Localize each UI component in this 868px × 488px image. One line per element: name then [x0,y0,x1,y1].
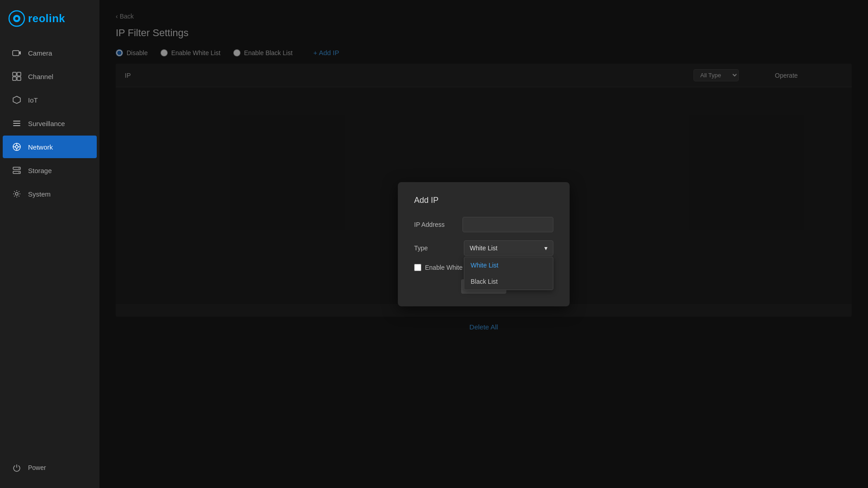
type-selected-value: White List [470,244,497,252]
sidebar-item-storage-label: Storage [28,167,52,174]
reolink-logo-text: reolink [28,12,65,25]
sidebar-item-iot-label: IoT [28,96,38,104]
logo: reolink [0,0,99,40]
sidebar-nav: Camera Channel IoT Surveillance Network [0,40,99,451]
svg-marker-9 [13,96,20,103]
svg-point-2 [15,17,19,20]
system-icon [12,189,22,199]
svg-point-21 [19,168,19,169]
svg-rect-11 [13,123,20,124]
ip-address-label: IP Address [414,221,462,228]
channel-icon [12,71,22,81]
type-select-wrapper: White List ▾ White List Black List [464,240,553,256]
power-icon [12,463,22,473]
svg-rect-10 [13,121,20,122]
modal-title: Add IP [414,196,553,205]
sidebar-item-storage[interactable]: Storage [3,159,97,182]
ip-address-input[interactable] [462,217,553,232]
main-content: ‹ Back IP Filter Settings Disable Enable… [99,0,868,488]
sidebar-item-iot[interactable]: IoT [3,89,97,111]
dropdown-chevron-icon: ▾ [544,244,547,252]
sidebar-item-camera[interactable]: Camera [3,42,97,64]
enable-white-row-label: Enable White [425,264,462,271]
sidebar-item-surveillance-label: Surveillance [28,120,65,127]
type-row: Type White List ▾ White List Black List [414,240,553,256]
sidebar-item-network[interactable]: Network [3,136,97,158]
sidebar-item-system-label: System [28,190,51,198]
modal-overlay: Add IP IP Address Type White List ▾ Whit… [99,0,868,488]
type-dropdown-button[interactable]: White List ▾ [464,240,553,256]
dropdown-item-blacklist[interactable]: Black List [464,273,553,290]
camera-icon [12,48,22,58]
svg-rect-7 [13,77,16,80]
add-ip-modal: Add IP IP Address Type White List ▾ Whit… [398,182,570,306]
type-dropdown-menu: White List Black List [464,257,553,290]
power-button[interactable]: Power [9,458,90,477]
sidebar-item-surveillance[interactable]: Surveillance [3,112,97,135]
surveillance-icon [12,118,22,128]
svg-point-23 [15,192,18,195]
ip-address-row: IP Address [414,217,553,232]
sidebar-item-channel[interactable]: Channel [3,65,97,88]
reolink-logo-icon [8,10,25,27]
sidebar-item-network-label: Network [28,143,53,151]
dropdown-item-whitelist[interactable]: White List [464,257,553,273]
svg-rect-6 [17,72,21,76]
network-icon [12,142,22,152]
svg-rect-12 [13,125,20,126]
type-label: Type [414,244,464,252]
enable-white-checkbox[interactable] [414,264,421,271]
svg-rect-5 [13,72,16,76]
sidebar-item-system[interactable]: System [3,183,97,205]
iot-icon [12,95,22,105]
sidebar: reolink Camera Channel IoT Surveillance [0,0,99,488]
svg-rect-3 [13,51,19,56]
sidebar-bottom: Power [0,451,99,488]
svg-point-22 [19,172,19,173]
dropdown-item-whitelist-label: White List [471,262,498,269]
sidebar-item-camera-label: Camera [28,49,52,57]
dropdown-item-blacklist-label: Black List [471,278,498,285]
sidebar-item-channel-label: Channel [28,73,53,80]
svg-rect-8 [17,77,21,80]
power-label: Power [28,464,46,471]
svg-point-14 [15,145,18,148]
storage-icon [12,165,22,175]
